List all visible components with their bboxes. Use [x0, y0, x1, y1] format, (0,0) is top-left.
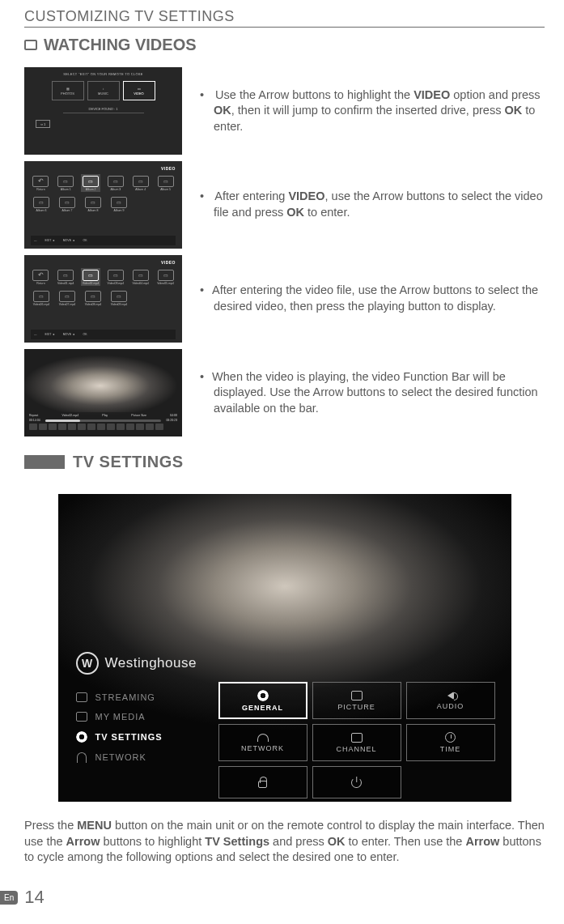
thumb3-video: ▭Video08.mp4	[83, 289, 104, 307]
thumb3-video-selected: ▭Video02.mp4	[81, 268, 101, 286]
thumb-video-grid: VIDEO ↶Return ▭Video01.mp4 ▭Video02.mp4 …	[24, 255, 182, 343]
gear-icon	[76, 731, 87, 743]
thumb3-bottombar: —EXIT ◄MOVE ◄OK	[31, 330, 176, 339]
tile-channel[interactable]: CHANNEL	[312, 724, 401, 761]
thumb3-video: ▭Video06.mp4	[31, 289, 52, 307]
thumb1-divider	[63, 113, 144, 113]
brand-logo-icon: W	[76, 652, 99, 675]
section-title-text: WATCHING VIDEOS	[44, 36, 197, 54]
page-footer: En 14	[0, 887, 45, 908]
footer-page-number: 14	[24, 887, 44, 908]
thumb2-album: ▭Album 5	[155, 174, 176, 192]
thumb2-album: ▭Album 8	[83, 195, 104, 213]
thumb4-progress	[45, 419, 162, 422]
menu-my-media[interactable]: MY MEDIA	[76, 712, 197, 722]
footer-lang: En	[0, 891, 18, 905]
page-header: CUSTOMIZING TV SETTINGS	[24, 8, 545, 28]
thumb3-return: ↶Return	[31, 268, 51, 286]
tile-power[interactable]	[312, 766, 401, 798]
thumb1-top-label: SELECT "EXIT" ON YOUR REMOTE TO CLOSE	[63, 72, 143, 76]
thumb2-album: ▭Album 3	[105, 174, 125, 192]
step-4: Repeat Video02.mp4 Play Picture Size 04:…	[24, 349, 545, 436]
monitor-icon	[351, 691, 363, 700]
thumb1-card-video: ▭VIDEO	[123, 81, 155, 100]
wifi-icon	[257, 734, 269, 742]
tile-general[interactable]: GENERAL	[218, 682, 307, 719]
brand-name: Westinghouse	[105, 655, 197, 671]
thumb4-time-right: 00:20:23	[166, 419, 177, 422]
tv-settings-paragraph: Press the MENU button on the main unit o…	[24, 818, 545, 866]
tv-settings-label: TV SETTINGS	[73, 453, 184, 471]
thumb2-header: VIDEO	[31, 166, 176, 171]
video-section-icon	[24, 40, 37, 50]
thumb2-album: ▭Album 7	[57, 195, 78, 213]
step-4-text: When the video is playing, the video Fun…	[200, 369, 545, 417]
step-2-text: After entering VIDEO, use the Arrow butt…	[200, 189, 545, 220]
thumb1-card-photos: ▦PHOTOS	[52, 81, 84, 100]
thumb2-bottombar: —EXIT ◄MOVE ◄OK	[31, 236, 176, 245]
section-watching-videos-title: WATCHING VIDEOS	[24, 36, 545, 54]
menu-streaming[interactable]: STREAMING	[76, 692, 197, 702]
thumb4-buttons	[29, 424, 177, 430]
thumb3-video: ▭Video01.mp4	[56, 268, 76, 286]
thumb3-video: ▭Video04.mp4	[130, 268, 151, 286]
thumb2-album-selected: ▭Album 2	[81, 174, 101, 192]
thumb-playback: Repeat Video02.mp4 Play Picture Size 04:…	[24, 349, 182, 436]
gear-icon	[257, 690, 269, 701]
tile-picture[interactable]: PICTURE	[312, 682, 401, 719]
clock-icon	[445, 732, 456, 743]
menu-tv-settings[interactable]: TV SETTINGS	[76, 731, 197, 743]
wifi-icon	[76, 752, 87, 762]
thumb2-album: ▭Album 9	[108, 195, 129, 213]
step-1: SELECT "EXIT" ON YOUR REMOTE TO CLOSE ▦P…	[24, 67, 545, 155]
thumb3-video: ▭Video09.mp4	[108, 289, 129, 307]
tv-settings-screenshot: W Westinghouse STREAMING MY MEDIA TV SET…	[58, 494, 511, 802]
step-3-text: After entering the video file, use the A…	[200, 283, 545, 314]
thumb3-header: VIDEO	[31, 260, 176, 265]
tile-audio[interactable]: AUDIO	[406, 682, 495, 719]
monitor-icon	[76, 692, 87, 702]
thumb-select-media: SELECT "EXIT" ON YOUR REMOTE TO CLOSE ▦P…	[24, 67, 182, 155]
brand: W Westinghouse	[76, 652, 197, 675]
list-icon	[351, 733, 363, 743]
step-3: VIDEO ↶Return ▭Video01.mp4 ▭Video02.mp4 …	[24, 255, 545, 343]
menu-network[interactable]: NETWORK	[76, 752, 197, 762]
thumb2-album: ▭Album 4	[130, 174, 151, 192]
camera-icon	[76, 712, 87, 722]
thumb2-return: ↶Return	[31, 174, 51, 192]
power-icon	[351, 777, 362, 788]
step-1-text: Use the Arrow buttons to highlight the V…	[200, 87, 545, 135]
thumb3-video: ▭Video05.mp4	[155, 268, 176, 286]
thumb-album-grid: VIDEO ↶Return ▭Album 1 ▭Album 2 ▭Album 3…	[24, 161, 182, 249]
thumb1-device-label: DEVICE FOUND : 1	[89, 107, 118, 111]
title-stripe	[24, 455, 65, 469]
thumb1-card-music: ♪MUSIC	[87, 81, 120, 100]
thumb3-video: ▭Video07.mp4	[57, 289, 78, 307]
tile-time[interactable]: TIME	[406, 724, 495, 761]
lock-icon	[258, 781, 267, 788]
tile-lock[interactable]	[218, 766, 307, 798]
section-tv-settings-title: TV SETTINGS	[24, 453, 545, 471]
speaker-icon	[447, 692, 454, 700]
thumb2-album: ▭Album 1	[56, 174, 76, 192]
settings-tiles: GENERAL PICTURE AUDIO NETWORK CHANNEL TI…	[218, 682, 495, 802]
thumb1-usb: ⇔ 1	[36, 120, 50, 128]
thumb3-video: ▭Video03.mp4	[105, 268, 125, 286]
step-2: VIDEO ↶Return ▭Album 1 ▭Album 2 ▭Album 3…	[24, 161, 545, 249]
thumb4-time-left: 00:14:04	[29, 419, 40, 422]
tile-network[interactable]: NETWORK	[218, 724, 307, 761]
thumb2-album: ▭Album 6	[31, 195, 52, 213]
